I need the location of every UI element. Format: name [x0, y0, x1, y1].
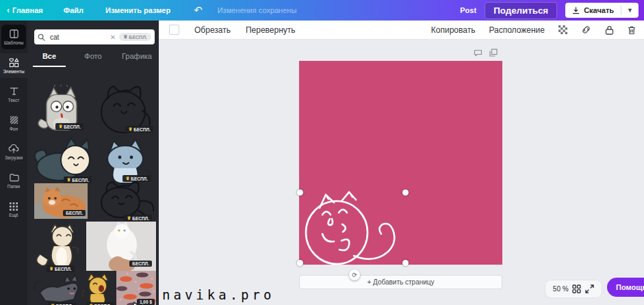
crown-icon: ♛ — [127, 215, 131, 221]
gray-cat-illustration[interactable]: ♛ БЕСПЛ. — [34, 85, 88, 134]
help-label: Помощь — [616, 283, 644, 291]
toolbar-right-group: Копировать Расположение — [431, 25, 636, 35]
price-badge: 1,00 $ — [137, 299, 155, 305]
file-menu[interactable]: Файл — [64, 6, 83, 14]
yellow-cat-illustration[interactable]: ♛ БЕСПЛ. — [81, 272, 115, 305]
outline-happy-cat-illustration[interactable]: ♛ БЕСПЛ. — [92, 83, 155, 135]
selection-handle-bottom-left[interactable] — [297, 260, 303, 266]
price-label: БЕСПЛ. — [64, 124, 81, 129]
more-icon — [9, 202, 18, 211]
sidebar-rail: Шаблоны Элементы Текст Фон — [0, 21, 27, 305]
context-toolbar: Обрезать Перевернуть Копировать Располож… — [159, 21, 644, 40]
copy-button[interactable]: Копировать — [431, 25, 476, 35]
cat-pattern-tile[interactable]: 1,00 $ — [116, 271, 156, 305]
undo-button[interactable]: ↶ — [194, 4, 203, 16]
transparency-button[interactable] — [558, 25, 567, 34]
price-badge: ♛ БЕСПЛ. — [64, 176, 92, 183]
clear-search-icon[interactable]: ✕ — [110, 34, 116, 41]
price-badge: БЕСПЛ. — [63, 210, 86, 216]
templates-icon — [9, 29, 19, 39]
download-button-group: Скачать ▼ — [565, 3, 639, 18]
search-box: ✕ ♛ БЕСПЛ. — [34, 29, 155, 44]
grid-view-button[interactable] — [572, 284, 581, 293]
folders-icon — [9, 172, 19, 183]
sidebar-item-uploads[interactable]: Загрузки — [0, 140, 27, 164]
crown-icon: ♛ — [66, 177, 70, 183]
workspace: ⟳ + Добавить страницу 50 % — [159, 40, 644, 305]
price-label: 1,00 $ — [140, 300, 152, 304]
sidebar-label: Шаблоны — [4, 40, 24, 45]
rotate-handle[interactable]: ⟳ — [349, 269, 360, 280]
sidebar-item-folders[interactable]: Папки — [0, 168, 27, 193]
price-badge: БЕСПЛ. — [129, 261, 152, 267]
color-swatch[interactable] — [169, 25, 179, 35]
grid-view-icon — [572, 284, 581, 293]
download-label: Скачать — [584, 6, 614, 14]
sidebar-item-text[interactable]: Текст — [0, 82, 27, 107]
file-label: Файл — [64, 6, 83, 14]
fullscreen-button[interactable] — [585, 284, 594, 293]
price-label: БЕСПЛ. — [66, 211, 83, 215]
free-filter-badge[interactable]: ♛ БЕСПЛ. — [119, 33, 151, 41]
sidebar-item-templates[interactable]: Шаблоны — [1, 25, 26, 49]
flip-button[interactable]: Перевернуть — [246, 25, 296, 35]
add-page-button[interactable]: + Добавить страницу — [299, 275, 502, 289]
lock-button[interactable] — [605, 25, 614, 35]
topbar-actions: Post Поделиться Скачать ▼ — [460, 2, 639, 19]
crop-button[interactable]: Обрезать — [194, 25, 231, 35]
trash-icon — [628, 25, 636, 35]
chevron-left-icon: ‹ — [7, 5, 10, 15]
price-badge: ♛ БЕСПЛ. — [86, 302, 114, 305]
zoom-level[interactable]: 50 % — [553, 285, 569, 293]
sidebar-label: Папки — [8, 184, 20, 189]
sidebar-label: Ещё — [9, 213, 18, 217]
save-status-label: Изменения сохранены — [218, 6, 297, 14]
sidebar-item-more[interactable]: Ещё — [0, 197, 27, 222]
selection-handle-top-left[interactable] — [297, 189, 303, 196]
add-page-label: + Добавить страницу — [367, 278, 434, 286]
watermark-text: navika.pro — [162, 287, 274, 302]
duplicate-page-button[interactable] — [489, 49, 498, 57]
chevron-down-icon[interactable]: ▼ — [621, 7, 639, 14]
delete-button[interactable] — [628, 25, 636, 35]
price-badge: ♛ БЕСПЛ. — [124, 215, 152, 222]
sidebar-item-elements[interactable]: Элементы — [0, 53, 27, 78]
selection-handle-bottom-right[interactable] — [402, 260, 409, 266]
outline-lying-cat-illustration[interactable]: ♛ БЕСПЛ. — [92, 181, 157, 222]
share-button[interactable]: Поделиться — [485, 2, 557, 19]
selection-handle-top-right[interactable] — [402, 189, 409, 196]
price-label: БЕСПЛ. — [55, 267, 72, 271]
white-cat-photo[interactable]: БЕСПЛ. — [86, 222, 156, 271]
resize-menu[interactable]: Изменить размер — [105, 6, 170, 14]
help-button[interactable]: Помощь ? — [607, 278, 644, 297]
elements-panel: ✕ ♛ БЕСПЛ. Все Фото Графика — [27, 21, 159, 305]
comment-button[interactable] — [474, 49, 482, 57]
elements-icon — [9, 57, 19, 68]
save-status: Изменения сохранены — [218, 6, 297, 14]
expand-icon — [585, 284, 594, 293]
dark-gray-cat-illustration[interactable]: ♛ БЕСПЛ. — [33, 272, 81, 305]
sidebar-label: Фон — [10, 127, 18, 131]
download-button[interactable]: Скачать — [565, 6, 621, 14]
post-type-label[interactable]: Post — [460, 6, 476, 14]
selected-cat-element[interactable] — [299, 190, 409, 265]
results-grid: ♛ БЕСПЛ. ♛ БЕСПЛ. — [27, 63, 159, 305]
arrange-button[interactable]: Расположение — [489, 25, 545, 35]
link-button[interactable] — [581, 25, 591, 34]
price-label: БЕСПЛ. — [72, 178, 89, 183]
crown-icon: ♛ — [49, 266, 53, 271]
cream-cat-illustration[interactable]: ♛ БЕСПЛ. — [34, 223, 83, 272]
sidebar-item-background[interactable]: Фон — [0, 111, 27, 135]
home-label: Главная — [12, 6, 43, 14]
blue-cat-illustration[interactable]: ♛ БЕСПЛ. — [96, 135, 155, 185]
search-input[interactable] — [49, 33, 107, 42]
price-badge: ♛ БЕСПЛ. — [123, 175, 151, 182]
sidebar-label: Текст — [8, 98, 19, 103]
duplicate-icon — [489, 49, 498, 57]
orange-cat-photo[interactable]: БЕСПЛ. — [34, 183, 88, 219]
home-button[interactable]: ‹ Главная — [7, 5, 43, 15]
sidebar-label: Загрузки — [5, 155, 23, 160]
background-icon — [9, 115, 19, 125]
teal-lying-cat-illustration[interactable]: ♛ БЕСПЛ. — [33, 134, 92, 187]
top-bar: ‹ Главная Файл Изменить размер ↶ Изменен… — [0, 0, 644, 21]
